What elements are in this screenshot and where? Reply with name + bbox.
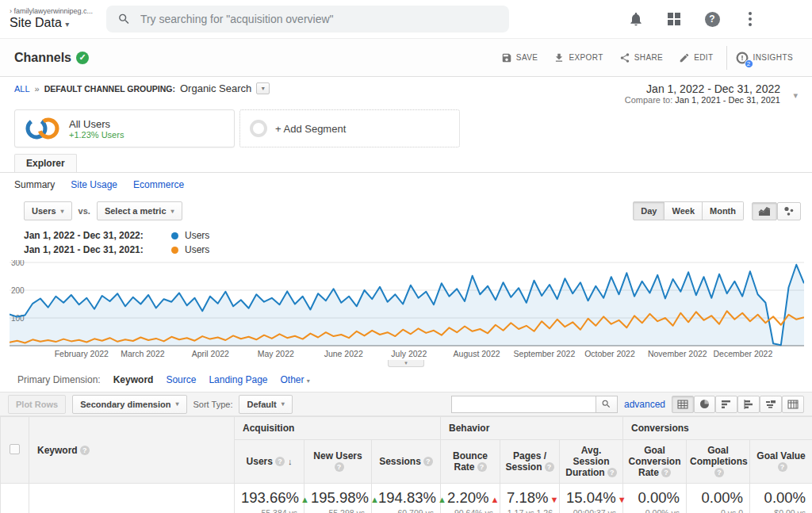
bar-chart-icon <box>721 400 732 409</box>
column-bounce-rate[interactable]: Bounce Rate? <box>441 440 500 484</box>
insights-button[interactable]: 2 INSIGHTS <box>726 46 801 70</box>
help-icon[interactable]: ? <box>275 457 285 466</box>
dimension-landing-page[interactable]: Landing Page <box>209 374 267 385</box>
search-input[interactable] <box>140 13 498 25</box>
primary-dimension-label: Primary Dimension: <box>17 374 101 385</box>
chevron-down-icon: ▾ <box>65 20 69 29</box>
apps-grid-button[interactable] <box>665 10 684 29</box>
column-avg-session-duration[interactable]: Avg. Session Duration? <box>560 440 623 484</box>
view-performance-button[interactable] <box>715 396 737 413</box>
totals-row: 193.66%▲55,384 vs 18,860 195.98%▲55,298 … <box>1 484 812 513</box>
help-icon[interactable]: ? <box>714 468 724 477</box>
select-all-checkbox[interactable] <box>10 444 20 454</box>
edit-button[interactable]: EDIT <box>671 48 721 68</box>
granularity-week[interactable]: Week <box>665 201 703 220</box>
view-pivot-button[interactable] <box>782 396 804 413</box>
verified-check-icon: ✓ <box>76 52 89 64</box>
comparison-icon <box>743 400 754 409</box>
back-arrow-icon: › <box>10 8 12 15</box>
date-range-picker[interactable]: Jan 1, 2022 - Dec 31, 2022 Compare to: J… <box>625 82 801 105</box>
column-goal-conversion-rate[interactable]: Goal Conversion Rate? <box>623 440 687 484</box>
segment-rings-icon <box>25 116 61 141</box>
view-comparison-button[interactable] <box>737 396 760 413</box>
dimension-keyword[interactable]: Keyword <box>113 374 154 385</box>
help-icon[interactable]: ? <box>423 457 433 466</box>
table-search-button[interactable] <box>596 396 618 413</box>
help-icon[interactable]: ? <box>661 468 671 477</box>
chart-collapse-handle[interactable]: ▾ <box>388 360 424 367</box>
save-button[interactable]: SAVE <box>493 48 546 68</box>
subtab-site-usage[interactable]: Site Usage <box>71 179 117 190</box>
share-button[interactable]: SHARE <box>611 48 671 68</box>
tab-explorer[interactable]: Explorer <box>14 154 77 172</box>
column-goal-value[interactable]: Goal Value? <box>750 440 812 484</box>
avatar[interactable]: r <box>779 7 802 31</box>
help-icon[interactable]: ? <box>545 462 554 472</box>
notifications-button[interactable] <box>626 10 645 29</box>
subtab-summary[interactable]: Summary <box>14 179 55 190</box>
subtab-ecommerce[interactable]: Ecommerce <box>133 179 184 190</box>
svg-text:February 2022: February 2022 <box>55 349 109 358</box>
account-breadcrumb[interactable]: › familylawyerwinnipeg.c... <box>10 8 103 16</box>
help-icon[interactable]: ? <box>80 446 90 455</box>
chevron-down-icon: ▾ <box>793 90 798 101</box>
view-term-cloud-button[interactable] <box>760 396 782 413</box>
plot-rows-button[interactable]: Plot Rows <box>8 395 66 414</box>
advanced-filter-link[interactable]: advanced <box>624 399 665 410</box>
column-users[interactable]: Users?↓ <box>235 440 304 484</box>
svg-text:August 2022: August 2022 <box>454 349 500 358</box>
legend-dot-blue-icon <box>171 232 178 239</box>
svg-text:December 2022: December 2022 <box>714 349 773 358</box>
help-icon[interactable]: ? <box>477 462 487 472</box>
svg-text:March 2022: March 2022 <box>121 349 165 358</box>
channel-grouping-dropdown[interactable]: ▾ <box>256 82 270 94</box>
totals-avg-session-duration: 15.04%▼00:00:37 vs 00:00:43 <box>560 484 623 513</box>
help-button[interactable]: ? <box>703 10 722 29</box>
export-button[interactable]: EXPORT <box>546 48 611 68</box>
save-icon <box>501 52 512 63</box>
help-icon[interactable]: ? <box>335 462 344 472</box>
collapse-caret-icon: ▾ <box>404 360 408 366</box>
column-sessions[interactable]: Sessions? <box>372 440 441 484</box>
view-percentage-button[interactable] <box>694 396 715 413</box>
add-segment-button[interactable]: + Add Segment <box>239 109 460 147</box>
column-pages-session[interactable]: Pages / Session? <box>500 440 560 484</box>
metric-selector[interactable]: Users▾ <box>24 201 72 220</box>
primary-dimension-bar: Primary Dimension: Keyword Source Landin… <box>0 365 812 392</box>
global-search[interactable] <box>106 6 509 33</box>
svg-text:May 2022: May 2022 <box>258 349 294 358</box>
help-icon[interactable]: ? <box>778 462 787 472</box>
change-arrow-icon: ▲ <box>301 495 309 504</box>
overflow-menu-button[interactable] <box>741 10 760 29</box>
totals-pages-session: 7.18%▼1.17 vs 1.26 <box>500 484 560 513</box>
top-app-bar: › familylawyerwinnipeg.c... Site Data ▾ … <box>0 0 812 38</box>
chevron-down-icon: ▾ <box>61 208 64 215</box>
insights-icon: 2 <box>735 51 749 65</box>
help-icon[interactable]: ? <box>607 468 617 477</box>
add-segment-label: + Add Segment <box>275 123 346 135</box>
chevron-down-icon: ▾ <box>282 400 285 408</box>
column-new-users[interactable]: New Users? <box>304 440 372 484</box>
column-goal-completions[interactable]: Goal Completions? <box>687 440 750 484</box>
breadcrumb-all-link[interactable]: ALL <box>14 84 30 94</box>
segment-all-users[interactable]: All Users +1.23% Users <box>14 109 235 147</box>
dimension-other[interactable]: Other ▾ <box>281 374 310 385</box>
sort-type-label: Sort Type: <box>193 400 233 409</box>
granularity-month[interactable]: Month <box>703 201 744 220</box>
date-range-primary: Jan 1, 2022 - Dec 31, 2022 <box>625 82 780 95</box>
sort-type-button[interactable]: Default▾ <box>239 395 292 414</box>
segment-name: All Users <box>69 118 124 130</box>
table-search-input[interactable] <box>451 396 596 413</box>
pivot-icon <box>787 400 799 409</box>
secondary-dimension-button[interactable]: Secondary dimension▾ <box>72 395 186 414</box>
granularity-day[interactable]: Day <box>633 201 665 220</box>
motion-chart-view-button[interactable] <box>777 202 801 220</box>
dimension-source[interactable]: Source <box>166 374 196 385</box>
view-table-button[interactable] <box>672 396 694 413</box>
help-icon: ? <box>705 12 720 27</box>
line-chart-view-button[interactable] <box>752 202 777 220</box>
page-title: Channels ✓ <box>14 51 89 65</box>
property-selector[interactable]: Site Data ▾ <box>10 16 103 30</box>
keyword-column-header[interactable]: Keyword? <box>29 417 235 484</box>
compare-metric-selector[interactable]: Select a metric▾ <box>97 201 182 220</box>
